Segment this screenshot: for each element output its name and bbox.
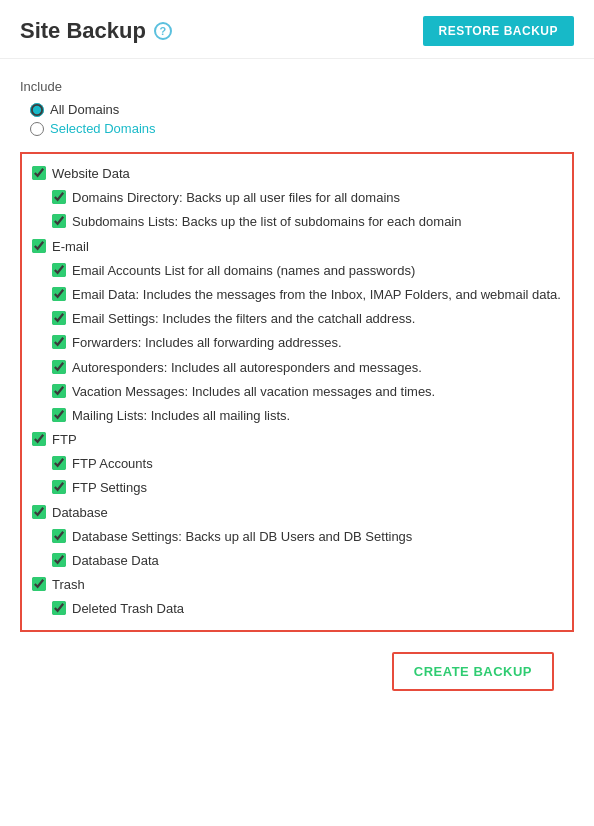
subdomains-lists-label: Subdomains Lists: Backs up the list of s… xyxy=(72,213,462,231)
selected-domains-input[interactable] xyxy=(30,122,44,136)
bottom-bar: CREATE BACKUP xyxy=(20,642,574,701)
ftp-accounts-checkbox[interactable] xyxy=(52,456,66,470)
email-accounts-label: Email Accounts List for all domains (nam… xyxy=(72,262,415,280)
email-data-checkbox[interactable] xyxy=(52,287,66,301)
database-data-row: Database Data xyxy=(32,549,562,573)
deleted-trash-checkbox[interactable] xyxy=(52,601,66,615)
database-settings-label: Database Settings: Backs up all DB Users… xyxy=(72,528,412,546)
email-accounts-checkbox[interactable] xyxy=(52,263,66,277)
ftp-accounts-label: FTP Accounts xyxy=(72,455,153,473)
database-data-label: Database Data xyxy=(72,552,159,570)
mailing-lists-row: Mailing Lists: Includes all mailing list… xyxy=(32,404,562,428)
database-row: Database xyxy=(32,501,562,525)
ftp-settings-row: FTP Settings xyxy=(32,476,562,500)
all-domains-input[interactable] xyxy=(30,103,44,117)
checkbox-group: Website Data Domains Directory: Backs up… xyxy=(32,162,562,622)
vacation-messages-checkbox[interactable] xyxy=(52,384,66,398)
trash-row: Trash xyxy=(32,573,562,597)
domain-radio-group: All Domains Selected Domains xyxy=(20,102,574,136)
create-backup-button[interactable]: CREATE BACKUP xyxy=(392,652,554,691)
help-icon[interactable]: ? xyxy=(154,22,172,40)
database-data-checkbox[interactable] xyxy=(52,553,66,567)
forwarders-row: Forwarders: Includes all forwarding addr… xyxy=(32,331,562,355)
page-header: Site Backup ? RESTORE BACKUP xyxy=(0,0,594,59)
main-content: Include All Domains Selected Domains Web… xyxy=(0,59,594,721)
vacation-messages-label: Vacation Messages: Includes all vacation… xyxy=(72,383,435,401)
forwarders-label: Forwarders: Includes all forwarding addr… xyxy=(72,334,342,352)
database-settings-row: Database Settings: Backs up all DB Users… xyxy=(32,525,562,549)
ftp-accounts-row: FTP Accounts xyxy=(32,452,562,476)
email-accounts-row: Email Accounts List for all domains (nam… xyxy=(32,259,562,283)
restore-backup-button[interactable]: RESTORE BACKUP xyxy=(423,16,574,46)
autoresponders-label: Autoresponders: Includes all autorespond… xyxy=(72,359,422,377)
domains-directory-checkbox[interactable] xyxy=(52,190,66,204)
database-settings-checkbox[interactable] xyxy=(52,529,66,543)
email-settings-row: Email Settings: Includes the filters and… xyxy=(32,307,562,331)
vacation-messages-row: Vacation Messages: Includes all vacation… xyxy=(32,380,562,404)
include-label: Include xyxy=(20,79,574,94)
deleted-trash-label: Deleted Trash Data xyxy=(72,600,184,618)
header-left: Site Backup ? xyxy=(20,18,172,44)
all-domains-radio[interactable]: All Domains xyxy=(30,102,574,117)
ftp-checkbox[interactable] xyxy=(32,432,46,446)
mailing-lists-label: Mailing Lists: Includes all mailing list… xyxy=(72,407,290,425)
domains-directory-label: Domains Directory: Backs up all user fil… xyxy=(72,189,400,207)
forwarders-checkbox[interactable] xyxy=(52,335,66,349)
selected-domains-label: Selected Domains xyxy=(50,121,156,136)
email-settings-checkbox[interactable] xyxy=(52,311,66,325)
domains-directory-row: Domains Directory: Backs up all user fil… xyxy=(32,186,562,210)
mailing-lists-checkbox[interactable] xyxy=(52,408,66,422)
email-data-row: Email Data: Includes the messages from t… xyxy=(32,283,562,307)
deleted-trash-row: Deleted Trash Data xyxy=(32,597,562,621)
page-title: Site Backup xyxy=(20,18,146,44)
email-checkbox[interactable] xyxy=(32,239,46,253)
autoresponders-row: Autoresponders: Includes all autorespond… xyxy=(32,356,562,380)
subdomains-lists-checkbox[interactable] xyxy=(52,214,66,228)
ftp-row: FTP xyxy=(32,428,562,452)
ftp-settings-label: FTP Settings xyxy=(72,479,147,497)
subdomains-lists-row: Subdomains Lists: Backs up the list of s… xyxy=(32,210,562,234)
website-data-checkbox[interactable] xyxy=(32,166,46,180)
email-settings-label: Email Settings: Includes the filters and… xyxy=(72,310,415,328)
website-data-row: Website Data xyxy=(32,162,562,186)
all-domains-label: All Domains xyxy=(50,102,119,117)
trash-label: Trash xyxy=(52,576,85,594)
autoresponders-checkbox[interactable] xyxy=(52,360,66,374)
email-label: E-mail xyxy=(52,238,89,256)
checkbox-section: Website Data Domains Directory: Backs up… xyxy=(20,152,574,632)
selected-domains-radio[interactable]: Selected Domains xyxy=(30,121,574,136)
database-checkbox[interactable] xyxy=(32,505,46,519)
database-label: Database xyxy=(52,504,108,522)
email-row: E-mail xyxy=(32,235,562,259)
email-data-label: Email Data: Includes the messages from t… xyxy=(72,286,561,304)
trash-checkbox[interactable] xyxy=(32,577,46,591)
ftp-settings-checkbox[interactable] xyxy=(52,480,66,494)
website-data-label: Website Data xyxy=(52,165,130,183)
ftp-label: FTP xyxy=(52,431,77,449)
